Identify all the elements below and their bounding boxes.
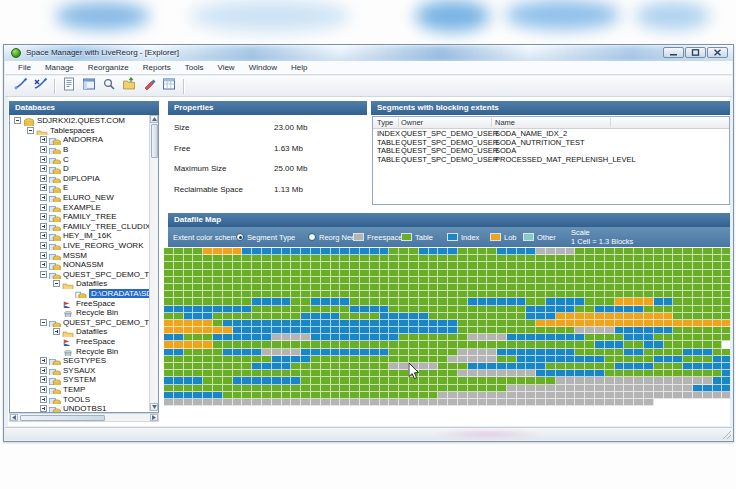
map-cell[interactable] [458,262,468,269]
map-cell[interactable] [311,320,321,327]
map-cell[interactable] [331,306,341,313]
map-cell[interactable] [438,341,448,348]
map-cell[interactable] [399,306,409,313]
map-cell[interactable] [536,291,546,298]
map-cell[interactable] [321,341,331,348]
map-cell[interactable] [634,255,644,262]
scroll-down-arrow[interactable] [150,403,158,411]
map-cell[interactable] [644,270,654,277]
map-cell[interactable] [644,262,654,269]
map-cell[interactable] [566,385,576,392]
map-cell[interactable] [301,349,311,356]
menu-item-file[interactable]: File [11,63,38,72]
map-cell[interactable] [184,370,194,377]
map-cell[interactable] [370,270,380,277]
map-cell[interactable] [624,262,634,269]
map-cell[interactable] [409,248,419,255]
map-cell[interactable] [184,248,194,255]
map-cell[interactable] [164,356,174,363]
map-cell[interactable] [184,363,194,370]
map-cell[interactable] [624,284,634,291]
map-cell[interactable] [605,277,615,284]
map-cell[interactable] [164,262,174,269]
map-cell[interactable] [174,377,184,384]
map-cell[interactable] [331,349,341,356]
map-cell[interactable] [478,327,488,334]
map-cell[interactable] [458,313,468,320]
map-cell[interactable] [331,392,341,399]
map-cell[interactable] [193,327,203,334]
map-cell[interactable] [380,262,390,269]
map-cell[interactable] [252,255,262,262]
map-cell[interactable] [566,270,576,277]
map-cell[interactable] [487,255,497,262]
map-cell[interactable] [507,255,517,262]
map-cell[interactable] [654,313,664,320]
map-cell[interactable] [389,255,399,262]
map-cell[interactable] [272,298,282,305]
map-cell[interactable] [536,377,546,384]
map-cell[interactable] [203,349,213,356]
map-cell[interactable] [370,313,380,320]
map-cell[interactable] [546,363,556,370]
map-cell[interactable] [174,385,184,392]
map-cell[interactable] [468,363,478,370]
map-cell[interactable] [174,262,184,269]
map-cell[interactable] [321,385,331,392]
map-cell[interactable] [615,327,625,334]
map-cell[interactable] [321,334,331,341]
map-cell[interactable] [517,349,527,356]
map-cell[interactable] [546,248,556,255]
map-cell[interactable] [526,255,536,262]
map-cell[interactable] [311,327,321,334]
map-cell[interactable] [458,385,468,392]
map-cell[interactable] [566,370,576,377]
map-cell[interactable] [419,313,429,320]
map-cell[interactable] [585,356,595,363]
expand-plus-icon[interactable] [40,232,47,239]
map-cell[interactable] [419,248,429,255]
map-cell[interactable] [526,399,536,406]
map-cell[interactable] [419,363,429,370]
map-cell[interactable] [478,392,488,399]
map-cell[interactable] [203,298,213,305]
map-cell[interactable] [272,313,282,320]
map-cell[interactable] [566,277,576,284]
map-cell[interactable] [722,363,730,370]
map-cell[interactable] [429,313,439,320]
map-cell[interactable] [193,356,203,363]
map-cell[interactable] [429,248,439,255]
map-cell[interactable] [399,313,409,320]
map-cell[interactable] [585,320,595,327]
map-cell[interactable] [272,284,282,291]
map-cell[interactable] [654,298,664,305]
map-cell[interactable] [203,334,213,341]
map-cell[interactable] [301,298,311,305]
map-cell[interactable] [311,277,321,284]
tree-item-family-tree[interactable]: FAMILY_TREE [10,212,149,222]
map-cell[interactable] [380,270,390,277]
map-cell[interactable] [487,284,497,291]
map-cell[interactable] [487,334,497,341]
map-cell[interactable] [174,349,184,356]
map-cell[interactable] [497,284,507,291]
map-cell[interactable] [282,284,292,291]
map-cell[interactable] [380,356,390,363]
map-cell[interactable] [389,385,399,392]
map-cell[interactable] [703,377,713,384]
map-cell[interactable] [409,392,419,399]
map-cell[interactable] [526,349,536,356]
map-cell[interactable] [526,248,536,255]
map-cell[interactable] [223,399,233,406]
map-cell[interactable] [233,377,243,384]
map-cell[interactable] [693,277,703,284]
map-cell[interactable] [438,262,448,269]
map-cell[interactable] [438,277,448,284]
map-cell[interactable] [282,370,292,377]
map-cell[interactable] [556,356,566,363]
map-cell[interactable] [193,349,203,356]
map-cell[interactable] [605,399,615,406]
map-cell[interactable] [370,363,380,370]
map-cell[interactable] [331,248,341,255]
map-cell[interactable] [605,298,615,305]
